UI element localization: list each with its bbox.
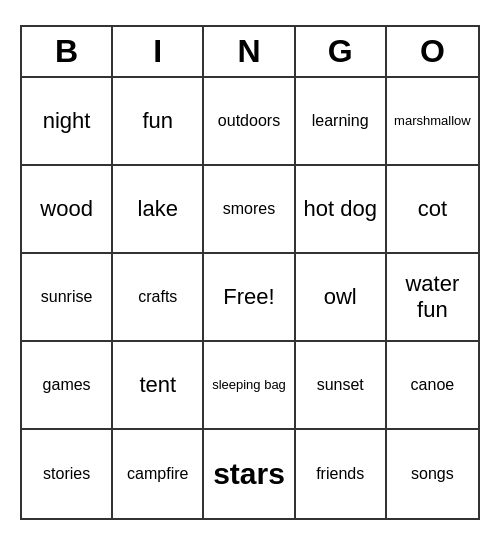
bingo-cell: learning: [296, 78, 387, 166]
bingo-cell: stories: [22, 430, 113, 518]
bingo-cell: sunrise: [22, 254, 113, 342]
bingo-cell: night: [22, 78, 113, 166]
bingo-cell: tent: [113, 342, 204, 430]
bingo-cell: friends: [296, 430, 387, 518]
bingo-card: BINGO nightfunoutdoorslearningmarshmallo…: [20, 25, 480, 520]
bingo-cell: stars: [204, 430, 295, 518]
bingo-cell: Free!: [204, 254, 295, 342]
bingo-header: BINGO: [22, 27, 478, 78]
bingo-cell: sleeping bag: [204, 342, 295, 430]
bingo-cell: crafts: [113, 254, 204, 342]
bingo-cell: water fun: [387, 254, 478, 342]
bingo-cell: sunset: [296, 342, 387, 430]
bingo-cell: marshmallow: [387, 78, 478, 166]
bingo-cell: fun: [113, 78, 204, 166]
bingo-cell: games: [22, 342, 113, 430]
bingo-cell: smores: [204, 166, 295, 254]
bingo-cell: owl: [296, 254, 387, 342]
header-letter: N: [204, 27, 295, 76]
bingo-cell: wood: [22, 166, 113, 254]
bingo-cell: campfire: [113, 430, 204, 518]
bingo-cell: lake: [113, 166, 204, 254]
bingo-cell: songs: [387, 430, 478, 518]
bingo-cell: canoe: [387, 342, 478, 430]
bingo-grid: nightfunoutdoorslearningmarshmallowwoodl…: [22, 78, 478, 518]
header-letter: I: [113, 27, 204, 76]
bingo-cell: cot: [387, 166, 478, 254]
bingo-cell: hot dog: [296, 166, 387, 254]
header-letter: O: [387, 27, 478, 76]
header-letter: G: [296, 27, 387, 76]
header-letter: B: [22, 27, 113, 76]
bingo-cell: outdoors: [204, 78, 295, 166]
